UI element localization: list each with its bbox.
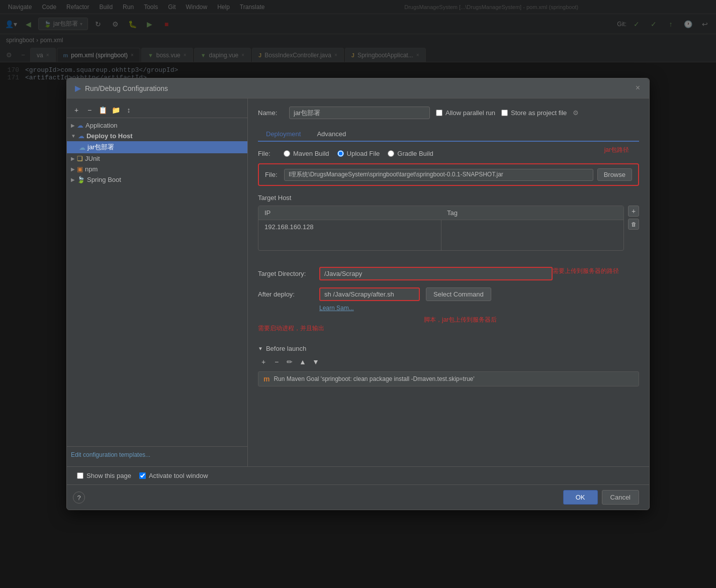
tree-folder-button[interactable]: 📁 [110,105,121,116]
before-launch-edit-button[interactable]: ✏ [284,356,295,367]
tree-remove-button[interactable]: − [84,105,95,116]
gradle-build-radio[interactable] [388,150,394,157]
tree-label-npm: npm [85,165,98,173]
maven-build-option[interactable]: Maven Build [284,150,329,157]
ok-button[interactable]: OK [563,490,598,505]
script-annotation: 脚本，jar包上传到服务器后 需要启动进程，并且输出 [258,316,497,332]
cancel-button[interactable]: Cancel [602,490,639,505]
dialog-title: Run/Debug Configurations [85,84,168,92]
maven-task-label: Run Maven Goal 'springboot: clean packag… [274,375,474,382]
learn-sam-link[interactable]: Learn Sam... [319,305,354,312]
learn-link-row: Learn Sam... [258,304,639,312]
host-actions: + 🗑 [628,206,639,259]
tree-label-jar: jar包部署 [87,143,114,152]
tree-label-springboot: Spring Boot [87,176,121,183]
before-launch-toolbar: + − ✏ ▲ ▼ [258,356,639,367]
select-command-button[interactable]: Select Command [426,287,491,301]
before-launch-up-button[interactable]: ▲ [297,356,308,367]
host-cell-ip: 192.168.160.128 [258,220,441,250]
maven-build-radio[interactable] [284,150,290,157]
host-remove-button[interactable]: 🗑 [628,219,639,230]
after-deploy-input[interactable] [319,287,420,301]
browse-button[interactable]: Browse [597,168,632,181]
tree-item-jar-deploy[interactable]: ☁ jar包部署 [67,141,247,153]
host-add-button[interactable]: + [628,206,639,217]
tree-icon-springboot: 🍃 [77,176,85,183]
show-page-label: Show this page [77,472,131,479]
tree-item-npm[interactable]: ▶ ▣ npm [67,164,247,174]
show-page-checkbox[interactable] [77,472,83,479]
tree-add-button[interactable]: + [71,105,82,116]
name-input[interactable] [289,107,430,119]
tree-sort-button[interactable]: ↕ [123,105,134,116]
tree-arrow-junit: ▶ [71,156,75,161]
upload-path-annotation: 需要上传到服务器的路径 [553,267,619,275]
tree-arrow-springboot: ▶ [71,177,75,182]
script-annotation-container: 脚本，jar包上传到服务器后 需要启动进程，并且输出 [258,316,639,333]
dialog-overlay: ▶ Run/Debug Configurations × + − 📋 📁 ↕ ▶ [0,0,716,588]
tree-copy-button[interactable]: 📋 [97,105,108,116]
host-table-header: IP Tag [258,206,623,220]
store-settings-icon[interactable]: ⚙ [573,109,579,117]
file-type-label: File: [258,150,276,157]
tree-item-junit[interactable]: ▶ ❏ JUnit [67,153,247,164]
tree-label-junit: JUnit [85,155,100,162]
target-dir-label: Target Directory: [258,270,313,277]
ide-background: Navigate Code Refactor Build Run Tools G… [0,0,716,588]
config-panel: Name: Allow parallel run Store as projec… [248,99,649,466]
tree-item-deploy-to-host[interactable]: ▼ ☁ Deploy to Host [67,131,247,141]
host-cell-tag [441,220,624,250]
name-row: Name: Allow parallel run Store as projec… [258,107,639,119]
before-launch-remove-button[interactable]: − [271,356,282,367]
config-tabs: Deployment Advanced [258,127,639,142]
tab-deployment[interactable]: Deployment [258,127,309,142]
allow-parallel-checkbox[interactable] [436,110,442,116]
tree-icon-application: ☁ [77,122,83,129]
tree-label-deploy: Deploy to Host [86,132,133,140]
tree-item-application[interactable]: ▶ ☁ Application [67,120,247,131]
activate-tool-window-checkbox[interactable] [139,472,146,479]
before-launch-add-button[interactable]: + [258,356,269,367]
file-path-row: File: Browse [265,168,632,181]
activate-tool-window-label: Activate tool window [139,472,208,479]
tree-icon-jar: ☁ [79,144,85,151]
tab-advanced[interactable]: Advanced [309,127,354,142]
gradle-build-option[interactable]: Gradle Build [388,150,433,157]
before-launch-down-button[interactable]: ▼ [310,356,321,367]
target-host-container: IP Tag 192.168.160.128 + 🗑 [258,206,639,259]
dialog-run-icon: ▶ [75,83,81,93]
before-launch-arrow: ▼ [258,346,263,351]
target-host-label: Target Host [258,194,639,202]
before-launch-label: Before launch [266,345,306,352]
dialog-close-button[interactable]: × [633,82,643,93]
upload-file-radio[interactable] [337,150,344,157]
target-dir-input[interactable] [319,267,553,280]
edit-config-templates-link[interactable]: Edit configuration templates... [71,451,150,458]
maven-icon: m [263,375,270,383]
after-deploy-row: After deploy: Select Command [258,287,639,301]
file-path-input[interactable] [284,169,593,181]
upload-file-option[interactable]: Upload File [337,150,380,157]
file-radio-group: File: Maven Build Upload File Gradle Bui… [258,150,639,157]
file-path-box: File: Browse [258,163,639,186]
tree-arrow-npm: ▶ [71,166,75,172]
config-tree: + − 📋 📁 ↕ ▶ ☁ Application ▼ ☁ Dep [67,99,248,466]
tree-item-springboot[interactable]: ▶ 🍃 Spring Boot [67,174,247,185]
before-launch-header[interactable]: ▼ Before launch [258,345,639,352]
tree-icon-npm: ▣ [77,165,83,173]
dialog-body: + − 📋 📁 ↕ ▶ ☁ Application ▼ ☁ Dep [67,99,649,466]
dialog-footer: OK Cancel [67,484,649,510]
tree-icon-deploy: ☁ [78,132,84,140]
tree-label-application: Application [85,122,118,129]
allow-parallel-label: Allow parallel run [436,109,495,117]
bottom-checkboxes: Show this page Activate tool window [67,466,649,484]
help-button[interactable]: ? [73,492,85,504]
store-as-project-checkbox[interactable] [501,110,508,116]
host-col-ip: IP [258,206,441,220]
host-table-row: 192.168.160.128 [258,220,623,250]
before-launch-section: ▼ Before launch + − ✏ ▲ ▼ m Run Mave [258,345,639,386]
tree-arrow-application: ▶ [71,123,75,128]
tree-icon-junit: ❏ [77,155,83,162]
target-directory-row: Target Directory: [258,267,553,280]
dialog-header: ▶ Run/Debug Configurations × [67,78,649,99]
